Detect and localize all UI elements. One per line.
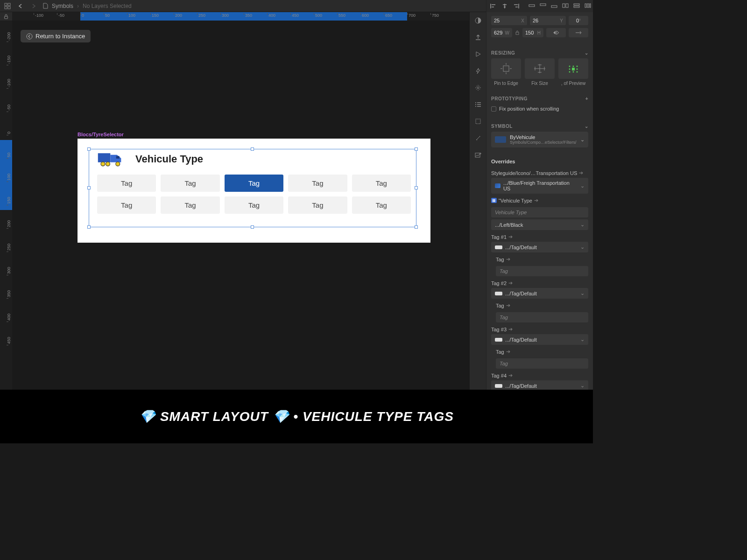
chevron-down-icon: ⌄ [580, 183, 585, 189]
video-caption: 💎 SMART LAYOUT 💎 • VEHICULE TYPE TAGS [0, 390, 593, 443]
override-tag-dropdown[interactable]: .../Tag/Default⌄ [491, 288, 588, 299]
selection-handle[interactable] [87, 186, 91, 189]
align-opt-2-icon[interactable] [540, 3, 546, 9]
list-icon[interactable] [474, 101, 482, 108]
ruler-horizontal[interactable]: -100-50050100150200250300350400450500550… [12, 12, 469, 21]
height-field[interactable]: 150H [522, 28, 543, 37]
align-opt-5-icon[interactable] [573, 3, 580, 9]
chevron-down-icon[interactable]: ⌄ [585, 124, 589, 129]
align-opt-4-icon[interactable] [562, 3, 569, 9]
selection-handle[interactable] [415, 225, 418, 229]
svg-rect-16 [476, 119, 480, 124]
fix-size-option[interactable]: Fix Size [525, 58, 555, 86]
goto-icon[interactable]: ➔ [506, 256, 510, 262]
contrast-icon[interactable] [474, 17, 482, 24]
play-preview-icon[interactable] [474, 50, 482, 58]
return-to-instance-button[interactable]: Return to Instance [21, 30, 91, 42]
override-tag-field-label[interactable]: Tag➔ [496, 345, 588, 357]
override-tag-input[interactable]: Tag [496, 266, 588, 276]
ruler-tick: 200 [7, 220, 8, 229]
goto-icon[interactable]: ➔ [506, 349, 510, 355]
bolt-icon[interactable] [474, 67, 482, 75]
position-x-field[interactable]: 25X [491, 16, 527, 25]
selection-handle[interactable] [251, 225, 254, 229]
ruler-tick: -50 [57, 13, 64, 15]
position-y-field[interactable]: 26Y [530, 16, 566, 25]
override-tag-input[interactable]: Tag [496, 312, 588, 322]
goto-icon[interactable]: ➔ [579, 170, 583, 176]
selection-handle[interactable] [415, 186, 418, 189]
override-tag-label[interactable]: Tag #3➔ [491, 322, 588, 334]
override-tag-field-label[interactable]: Tag➔ [496, 299, 588, 310]
width-field[interactable]: 629W [491, 28, 512, 37]
override-tag-input[interactable]: Tag [496, 358, 588, 369]
align-right-icon[interactable] [513, 3, 519, 9]
align-opt-1-icon[interactable] [529, 3, 535, 9]
svg-rect-23 [574, 4, 579, 5]
override-style-dropdown[interactable]: .../Blue/Freigh Transportation US ⌄ [491, 178, 588, 194]
selection-handle[interactable] [87, 225, 91, 229]
select-icon[interactable] [474, 118, 482, 125]
ruler-tick: -200 [7, 32, 8, 42]
add-icon[interactable]: + [585, 96, 588, 101]
goto-icon[interactable]: ➔ [508, 372, 513, 378]
chevron-down-icon[interactable]: ⌄ [585, 50, 589, 56]
export-icon[interactable] [474, 34, 482, 41]
rotation-field[interactable]: 0° [569, 16, 588, 25]
canvas[interactable]: Return to Instance Blocs/TyreSelector Ve… [12, 21, 469, 443]
return-button-label: Return to Instance [35, 33, 85, 40]
override-tag-field-label[interactable]: Tag➔ [496, 252, 588, 264]
vehicule-type-input[interactable]: Vehicule Type [491, 207, 588, 217]
chevron-down-icon: ⌄ [580, 383, 585, 389]
svg-point-33 [569, 69, 571, 70]
artboard-label[interactable]: Blocs/TyreSelector [78, 132, 124, 137]
selection-handle[interactable] [87, 147, 91, 151]
lock-icon [4, 14, 8, 19]
image-add-icon[interactable] [474, 151, 482, 159]
ruler-vertical[interactable]: -200-150-100-500501001502002503003504004… [0, 21, 12, 443]
override-style-label[interactable]: Styleguide/Icono/…Transportation US ➔ [491, 166, 588, 178]
align-left-icon[interactable] [490, 3, 497, 9]
override-vehicule-type-label[interactable]: ▦ ˜Vehicule Type ➔ [491, 194, 588, 205]
align-center-h-icon[interactable] [501, 3, 508, 9]
grid-icon[interactable] [4, 2, 11, 10]
breadcrumb-sep-icon: › [77, 3, 79, 9]
inspector-panel: 25X 26Y 0° 629W 150H RESIZING ⌄ Pin to E… [486, 0, 593, 443]
fix-position-checkbox[interactable]: Fix position when scrolling [491, 104, 588, 113]
goto-icon[interactable]: ➔ [508, 326, 513, 332]
ruler-tick: 700 [407, 13, 416, 15]
align-opt-6-icon[interactable] [585, 3, 591, 9]
align-opt-3-icon[interactable] [551, 3, 557, 9]
forward-icon[interactable] [30, 2, 37, 10]
pin-to-edge-option[interactable]: Pin to Edge [491, 58, 521, 86]
symbol-selector[interactable]: ByVehicule Symbols/Compo…eSelector/Filte… [491, 132, 588, 147]
goto-icon[interactable]: ➔ [508, 280, 513, 286]
svg-point-32 [577, 66, 578, 67]
section-dropdown[interactable]: .../Left/Black ⌄ [491, 219, 588, 230]
back-icon[interactable] [17, 2, 24, 10]
flip-v-icon[interactable] [569, 28, 588, 37]
preview-option[interactable]: , of Preview [558, 58, 588, 86]
symbol-badge-icon: ▦ [491, 198, 497, 203]
ruler-tick: 300 [220, 13, 229, 15]
ruler-tick: 350 [7, 290, 8, 299]
override-tag-label[interactable]: Tag #1➔ [491, 230, 588, 242]
override-tag-label[interactable]: Tag #4➔ [491, 369, 588, 380]
gear-icon[interactable] [474, 84, 482, 91]
override-tag-dropdown[interactable]: .../Tag/Default⌄ [491, 242, 588, 252]
goto-icon[interactable]: ➔ [506, 302, 510, 308]
selection-bounds [89, 149, 416, 227]
flip-h-icon[interactable] [546, 28, 566, 37]
ruler-tick: 0 [7, 132, 8, 135]
selection-handle[interactable] [415, 147, 418, 151]
ruler-origin[interactable] [0, 12, 12, 21]
override-tag-dropdown[interactable]: .../Tag/Default⌄ [491, 334, 588, 345]
selection-handle[interactable] [251, 147, 254, 151]
link-icon[interactable] [474, 134, 482, 142]
lock-aspect-icon[interactable] [515, 28, 520, 37]
goto-icon[interactable]: ➔ [508, 234, 513, 240]
ruler-tick: 450 [290, 13, 299, 15]
override-tag-label[interactable]: Tag #2➔ [491, 276, 588, 288]
goto-icon[interactable]: ➔ [534, 197, 538, 203]
breadcrumb-doc[interactable]: Symbols [52, 3, 73, 9]
